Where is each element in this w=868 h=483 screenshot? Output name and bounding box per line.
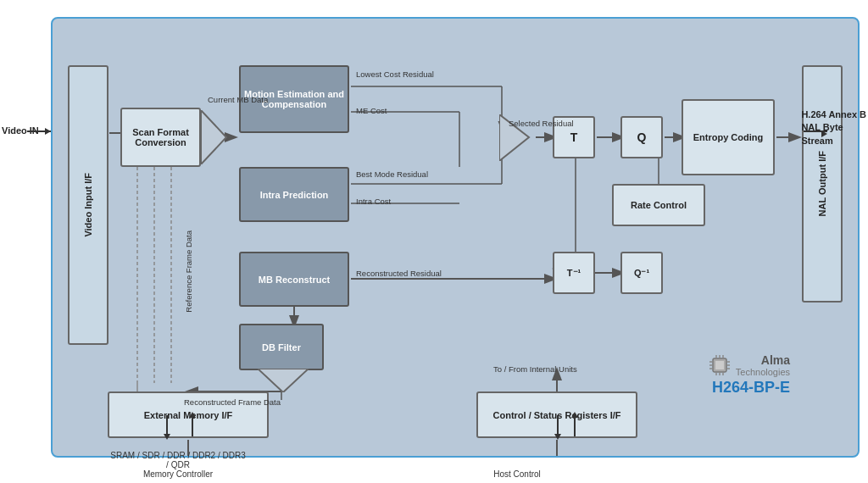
ctrl-status-up-arrow xyxy=(574,415,576,436)
rate-control-block: Rate Control xyxy=(612,184,705,226)
label-recon-frame: Reconstructed Frame Data xyxy=(184,397,281,407)
svg-marker-33 xyxy=(201,110,226,164)
label-best-mode: Best Mode Residual xyxy=(356,169,428,179)
label-selected: Selected Residual xyxy=(509,119,574,128)
label-to-from: To / From Internal Units xyxy=(493,364,577,374)
nal-out-label: H.264 Annex B NAL Byte Stream xyxy=(801,108,866,147)
ext-mem-down-arrow xyxy=(166,415,168,436)
label-current-mb: Current MB Data xyxy=(208,95,268,104)
intra-prediction-block: Intra Prediction xyxy=(239,167,349,222)
t-inverse-block: T⁻¹ xyxy=(553,252,595,294)
label-lowest-cost: Lowest Cost Residual xyxy=(356,69,434,79)
label-intra-cost: Intra Cost xyxy=(356,197,391,206)
db-filter-block: DB Filter xyxy=(239,324,324,370)
svg-rect-37 xyxy=(715,361,724,369)
alma-tech-text: Technologies xyxy=(736,367,790,377)
svg-marker-35 xyxy=(258,369,309,392)
model-text: H264-BP-E xyxy=(708,379,790,397)
q-block: Q xyxy=(620,116,663,158)
video-in-arrow xyxy=(27,130,51,132)
scan-format-block: Scan Format Conversion xyxy=(120,108,201,167)
nal-out-arrow xyxy=(804,130,827,132)
entropy-coding-block: Entropy Coding xyxy=(682,99,775,175)
q-inverse-block: Q⁻¹ xyxy=(620,252,663,294)
ext-mem-up-arrow xyxy=(192,415,193,436)
alma-logo: Alma Technologies H264-BP-E xyxy=(708,353,790,397)
label-recon-residual: Reconstructed Residual xyxy=(356,269,442,278)
chip-icon xyxy=(708,353,732,377)
bottom-mem-label: SRAM / SDR / DDR / DDR2 / DDR3 / QDRMemo… xyxy=(110,451,246,479)
nal-output-if: NAL Output I/F xyxy=(802,65,843,303)
label-ref-frame: Reference Frame Data xyxy=(184,230,193,313)
mb-reconstruct-block: MB Reconstruct xyxy=(239,252,349,307)
alma-name-text: Alma xyxy=(736,353,790,367)
funnel-shape xyxy=(201,110,236,164)
video-input-if: Video Input I/F xyxy=(68,65,108,345)
main-diagram: Video Input I/F NAL Output I/F Scan Form… xyxy=(51,17,860,458)
label-me-cost: ME Cost xyxy=(356,106,387,115)
ctrl-status-down-arrow xyxy=(557,415,559,436)
bottom-host-label: Host Control xyxy=(475,469,559,479)
